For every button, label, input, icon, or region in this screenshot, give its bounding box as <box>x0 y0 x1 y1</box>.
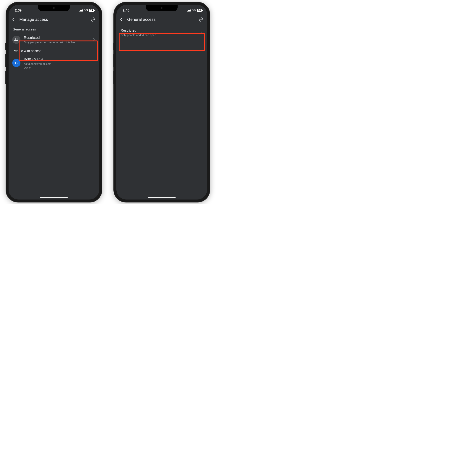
page-title: Manage access <box>19 17 87 22</box>
phone-frame-right: 2:40 5G 74 General access Restricted Onl… <box>113 2 210 202</box>
app-bar: General access <box>116 14 207 25</box>
section-general-access: General access <box>9 25 99 33</box>
status-network: 5G <box>192 9 196 12</box>
status-network: 5G <box>84 9 88 12</box>
restricted-subtitle: Only people added can open with this lin… <box>24 40 88 44</box>
person-name: BoltQ Media <box>24 57 96 62</box>
battery-icon: 74 <box>197 9 202 12</box>
screen: 2:39 5G 74 Manage access General access … <box>9 5 99 200</box>
back-button[interactable] <box>119 17 123 22</box>
link-icon <box>199 17 203 22</box>
home-indicator[interactable] <box>40 197 68 198</box>
signal-icon <box>79 10 83 11</box>
copy-link-button[interactable] <box>199 17 203 22</box>
chevron-left-icon <box>119 17 123 22</box>
chevron-right-icon <box>92 38 96 42</box>
status-time: 2:40 <box>123 9 129 12</box>
home-indicator[interactable] <box>148 197 176 198</box>
avatar: B <box>12 59 20 67</box>
person-email: boltq.com@gmail.com <box>24 62 96 66</box>
back-button[interactable] <box>11 17 16 22</box>
people-icon <box>14 38 19 42</box>
page-title: General access <box>127 17 195 22</box>
restricted-option-row[interactable]: Restricted Only people added can open <box>116 25 207 40</box>
app-bar: Manage access <box>9 14 99 25</box>
person-role: Owner <box>24 66 96 69</box>
signal-icon <box>187 10 191 11</box>
notch <box>146 5 178 11</box>
person-row[interactable]: B BoltQ Media boltq.com@gmail.com Owner <box>9 55 99 71</box>
link-icon <box>91 17 96 22</box>
chevron-right-icon <box>199 31 203 34</box>
restricted-title: Restricted <box>24 35 88 40</box>
battery-icon: 74 <box>89 9 94 12</box>
status-time: 2:39 <box>15 9 22 12</box>
restricted-title: Restricted <box>120 28 196 33</box>
phone-frame-left: 2:39 5G 74 Manage access General access … <box>6 2 102 202</box>
screen: 2:40 5G 74 General access Restricted Onl… <box>116 5 207 200</box>
general-access-row[interactable]: Restricted Only people added can open wi… <box>9 33 99 46</box>
people-icon-container <box>12 36 20 44</box>
chevron-left-icon <box>11 17 16 22</box>
copy-link-button[interactable] <box>91 17 96 22</box>
notch <box>38 5 70 11</box>
restricted-subtitle: Only people added can open <box>120 33 196 37</box>
section-people-access: People with access <box>9 46 99 55</box>
